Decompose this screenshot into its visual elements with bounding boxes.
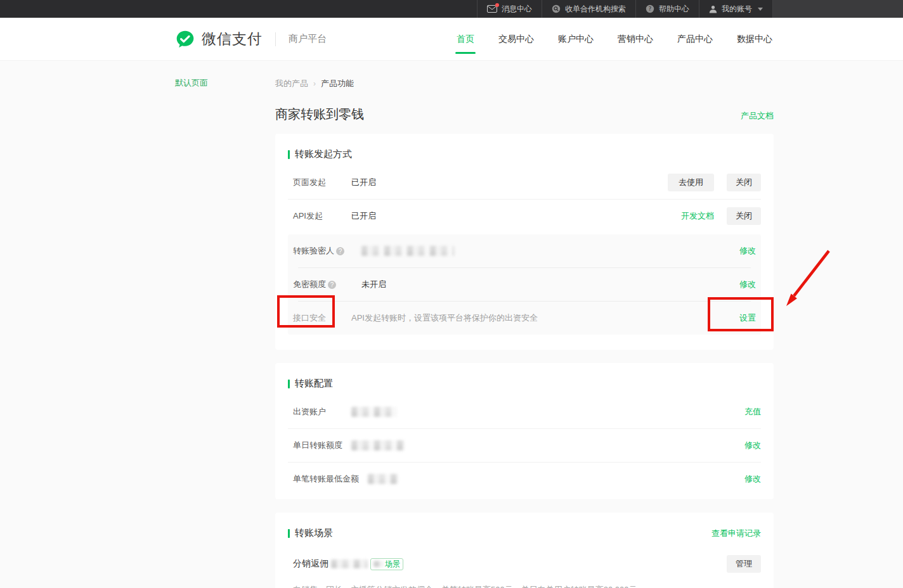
redacted-funding-value xyxy=(351,407,397,417)
row-label: 转账验密人 xyxy=(293,245,351,257)
close-page-initiation-button[interactable]: 关闭 xyxy=(727,174,761,191)
topbar-my-account[interactable]: 我的账号 xyxy=(699,0,772,18)
nav-item-product-center[interactable]: 产品中心 xyxy=(677,18,713,61)
status-text: 已开启 xyxy=(351,177,376,188)
nav-item-data-center[interactable]: 数据中心 xyxy=(737,18,772,61)
redacted-min-amount-value xyxy=(368,474,398,484)
topbar: 消息中心 收单合作机构搜索 ? 帮助中心 我的账号 xyxy=(0,0,903,18)
breadcrumb: 我的产品 › 产品功能 xyxy=(275,78,774,89)
search-icon xyxy=(552,4,561,13)
section-head: 转账配置 xyxy=(288,363,761,395)
dev-doc-link[interactable]: 开发文档 xyxy=(681,210,714,222)
brand-name: 微信支付 xyxy=(202,29,263,49)
wechat-pay-logo-icon xyxy=(175,29,195,49)
svg-text:?: ? xyxy=(649,6,652,12)
section-title: 转账发起方式 xyxy=(295,148,352,160)
content-area: 默认页面 我的产品 › 产品功能 商家转账到零钱 产品文档 转账发起方式 页面发… xyxy=(0,61,903,588)
topbar-help-center[interactable]: ? 帮助中心 xyxy=(636,0,699,18)
redacted-scene-value xyxy=(331,559,368,568)
redacted-daily-limit-value xyxy=(351,440,405,451)
close-api-initiation-button[interactable]: 关闭 xyxy=(727,207,761,225)
user-icon xyxy=(709,5,717,13)
redacted-badge-text xyxy=(374,561,384,567)
row-distribution-commission: 分销返佣 场景 管理 xyxy=(288,550,761,578)
topbar-account-label: 我的账号 xyxy=(722,4,752,15)
modify-verifier-link[interactable]: 修改 xyxy=(739,245,756,257)
main-column: 我的产品 › 产品功能 商家转账到零钱 产品文档 转账发起方式 页面发起 已开启… xyxy=(275,61,774,588)
card-transfer-initiation: 转账发起方式 页面发起 已开启 去使用 关闭 API发起 已开启 开发文档 关闭 xyxy=(275,134,774,350)
card-bottom-padding xyxy=(288,495,761,498)
verifier-label: 转账验密人 xyxy=(293,245,334,257)
breadcrumb-separator-icon: › xyxy=(313,79,316,88)
row-funding-account: 出资账户 充值 xyxy=(288,395,761,428)
brand[interactable]: 微信支付 商户平台 xyxy=(175,29,327,49)
topbar-help-label: 帮助中心 xyxy=(659,4,689,15)
help-circle-icon: ? xyxy=(646,4,654,13)
go-use-button[interactable]: 去使用 xyxy=(668,174,714,191)
manage-button[interactable]: 管理 xyxy=(727,555,761,573)
modify-daily-limit-link[interactable]: 修改 xyxy=(744,440,761,451)
row-interface-security: 接口安全 API发起转账时，设置该项平台将保护你的出资安全 设置 xyxy=(288,302,761,335)
topbar-search-label: 收单合作机构搜索 xyxy=(565,4,626,15)
nav-item-home[interactable]: 首页 xyxy=(457,18,474,61)
row-label: 接口安全 xyxy=(293,312,351,324)
status-text: 已开启 xyxy=(351,210,376,222)
help-icon[interactable] xyxy=(336,247,344,255)
recharge-link[interactable]: 充值 xyxy=(744,406,761,418)
status-text: 未开启 xyxy=(361,279,386,290)
card-bottom-padding xyxy=(288,335,761,348)
row-api-initiation: API发起 已开启 开发文档 关闭 xyxy=(288,200,761,233)
brand-divider xyxy=(275,32,276,46)
section-head: 转账发起方式 xyxy=(288,134,761,166)
card-transfer-config: 转账配置 出资账户 充值 单日转账额度 修改 单笔转账最低金额 xyxy=(275,363,774,499)
section-accent-bar xyxy=(288,380,290,388)
row-label: 页面发起 xyxy=(293,177,351,188)
card-transfer-scene: 转账场景 查看申请记录 分销返佣 场景 管理 向销售、团长、主播等分销方发放佣金… xyxy=(275,513,774,588)
breadcrumb-product-features: 产品功能 xyxy=(321,78,354,89)
notification-dot xyxy=(495,3,499,7)
breadcrumb-my-products[interactable]: 我的产品 xyxy=(275,78,308,89)
scene-description: 向销售、团长、主播等分销方发放佣金，单笔转账最高500元，单日向单用户转账最高2… xyxy=(288,584,761,588)
badge-label: 场景 xyxy=(385,559,400,570)
brand-platform: 商户平台 xyxy=(289,33,327,45)
product-doc-link[interactable]: 产品文档 xyxy=(741,110,774,122)
topbar-spacer xyxy=(0,0,477,18)
settings-link[interactable]: 设置 xyxy=(739,312,756,324)
row-label: 单笔转账最低金额 xyxy=(293,473,359,485)
modify-nopass-link[interactable]: 修改 xyxy=(739,279,756,290)
row-page-initiation: 页面发起 已开启 去使用 关闭 xyxy=(288,166,761,199)
topbar-acquirer-search[interactable]: 收单合作机构搜索 xyxy=(542,0,635,18)
section-head: 转账场景 查看申请记录 xyxy=(288,513,761,545)
mail-icon xyxy=(487,5,497,13)
security-description: API发起转账时，设置该项平台将保护你的出资安全 xyxy=(351,312,538,324)
nav-item-transaction-center[interactable]: 交易中心 xyxy=(498,18,534,61)
topbar-tail xyxy=(773,0,903,18)
api-settings-panel: 转账验密人 修改 免密额度 未开启 修改 xyxy=(288,234,761,335)
row-nopass-limit: 免密额度 未开启 修改 xyxy=(288,268,761,301)
title-row: 商家转账到零钱 产品文档 xyxy=(275,106,774,123)
row-label: 出资账户 xyxy=(293,406,351,418)
nav-item-marketing-center[interactable]: 营销中心 xyxy=(618,18,653,61)
section-accent-bar xyxy=(288,529,290,538)
section-accent-bar xyxy=(288,150,290,159)
nopass-label: 免密额度 xyxy=(293,279,326,290)
page-title: 商家转账到零钱 xyxy=(275,106,364,123)
row-transfer-verifier: 转账验密人 修改 xyxy=(288,234,761,267)
section-title: 转账配置 xyxy=(295,378,333,390)
row-daily-limit: 单日转账额度 修改 xyxy=(288,429,761,462)
view-application-records-link[interactable]: 查看申请记录 xyxy=(711,528,761,539)
topbar-message-center[interactable]: 消息中心 xyxy=(477,0,542,18)
row-min-amount: 单笔转账最低金额 修改 xyxy=(288,463,761,495)
section-title: 转账场景 xyxy=(295,527,333,539)
chevron-down-icon xyxy=(758,8,763,11)
row-label: API发起 xyxy=(293,210,351,222)
topbar-message-label: 消息中心 xyxy=(502,4,532,15)
nav-item-account-center[interactable]: 账户中心 xyxy=(558,18,594,61)
main-nav: 首页 交易中心 账户中心 营销中心 产品中心 数据中心 xyxy=(457,18,903,61)
help-icon[interactable] xyxy=(328,281,336,289)
header: 微信支付 商户平台 首页 交易中心 账户中心 营销中心 产品中心 数据中心 xyxy=(0,18,903,61)
modify-min-amount-link[interactable]: 修改 xyxy=(744,473,761,485)
row-label: 免密额度 xyxy=(293,279,351,290)
sidebar-item-default-page[interactable]: 默认页面 xyxy=(175,77,208,89)
scene-label: 分销返佣 xyxy=(293,558,328,570)
